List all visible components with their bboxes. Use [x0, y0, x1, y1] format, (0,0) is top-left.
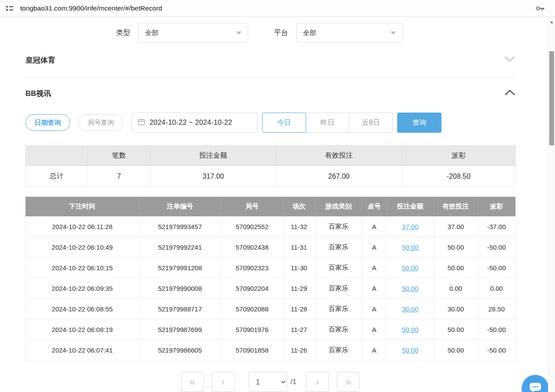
bet-amount-link[interactable]: 50.00 — [402, 346, 419, 354]
scrollbar-thumb[interactable] — [549, 51, 554, 145]
round-query-tab[interactable]: 局号查询 — [78, 114, 123, 131]
query-toolbar: 日期查询 局号查询 2024-10-22 ~ 2024-10-22 今日 昨日 … — [25, 113, 515, 133]
cell-table-no: A — [362, 216, 387, 237]
last-page-button[interactable]: » — [337, 372, 359, 392]
browser-window: tongbao31.com:9900/infe/mcenter/#/betRec… — [0, 0, 555, 392]
cell-payout: 0.00 — [478, 278, 516, 299]
header-valid-bet: 有效投注 — [434, 197, 478, 216]
cell-bet-amount: 37.00 — [387, 216, 434, 237]
chat-bubble-icon — [528, 381, 542, 392]
address-bar: tongbao31.com:9900/infe/mcenter/#/betRec… — [0, 0, 555, 17]
cell-bet-id: 521979986605 — [139, 340, 221, 360]
summary-total-label: 总计 — [26, 166, 88, 187]
bet-amount-link[interactable]: 50.00 — [402, 264, 419, 272]
summary-header-count: 笔数 — [88, 146, 151, 166]
header-round-no: 局号 — [221, 197, 283, 216]
platform-filter-label: 平台 — [274, 28, 288, 38]
section-bb-video[interactable]: BB视讯 — [25, 78, 515, 109]
cell-bet-id: 521979991208 — [139, 258, 221, 278]
type-select[interactable]: 全部 — [139, 23, 248, 43]
bet-record-table: 下注时间 注单编号 局号 场次 游戏类别 桌号 投注金额 有效投注 派彩 202… — [25, 197, 516, 360]
prev-page-button[interactable]: ‹ — [212, 372, 235, 392]
header-bet-id: 注单编号 — [139, 197, 221, 216]
first-page-button[interactable]: « — [181, 372, 204, 392]
summary-header-bet-amount: 投注金额 — [151, 146, 276, 166]
header-session: 场次 — [283, 197, 315, 216]
bet-record-page: 类型 全部 平台 全部 皇冠体育 BB视讯 — [0, 17, 548, 392]
summary-header-valid-bet: 有效投注 — [276, 146, 402, 166]
cell-session: 11-27 — [283, 319, 315, 340]
section-title-bb-video: BB视讯 — [25, 88, 51, 99]
summary-count: 7 — [88, 166, 151, 187]
cell-round-no: 570902323 — [221, 258, 283, 278]
cell-table-no: A — [362, 237, 387, 258]
date-range-value: 2024-10-22 ~ 2024-10-22 — [149, 119, 232, 127]
bet-amount-link[interactable]: 30.00 — [402, 305, 419, 313]
next-page-button[interactable]: › — [306, 372, 329, 392]
cell-bet-time: 2024-10-22 06:11:28 — [26, 216, 139, 237]
date-range-picker[interactable]: 2024-10-22 ~ 2024-10-22 — [132, 113, 257, 133]
cell-session: 11-31 — [283, 237, 315, 258]
bet-table-header-row: 下注时间 注单编号 局号 场次 游戏类别 桌号 投注金额 有效投注 派彩 — [26, 197, 516, 216]
today-button[interactable]: 今日 — [262, 113, 306, 133]
password-key-icon[interactable] — [535, 4, 545, 13]
header-payout: 派彩 — [478, 197, 516, 216]
search-button[interactable]: 查询 — [397, 113, 441, 133]
cell-table-no: A — [362, 340, 387, 360]
summary-table: 笔数 投注金额 有效投注 派彩 总计 7 317.00 267.00 -208.… — [25, 145, 516, 187]
summary-valid-bet: 267.00 — [276, 166, 402, 187]
cell-valid-bet: 50.00 — [434, 340, 478, 360]
last-8-days-button[interactable]: 近8日 — [349, 113, 393, 133]
chevron-up-icon[interactable] — [505, 89, 515, 97]
cell-bet-time: 2024-10-22 06:08:55 — [26, 299, 139, 319]
bet-amount-link[interactable]: 50.00 — [402, 326, 419, 333]
summary-payout: -208.50 — [402, 166, 516, 187]
cell-session: 11-26 — [283, 340, 315, 360]
cell-game-type: 百家乐 — [315, 278, 362, 299]
tab-groups-icon[interactable] — [5, 4, 14, 13]
scroll-up-arrow-icon[interactable]: ▲ — [548, 20, 555, 24]
type-filter-label: 类型 — [116, 28, 130, 38]
platform-select[interactable]: 全部 — [296, 23, 402, 43]
cell-round-no: 570901976 — [221, 319, 283, 340]
header-bet-amount: 投注金额 — [387, 197, 434, 216]
summary-header-payout: 派彩 — [402, 146, 516, 166]
cell-table-no: A — [362, 299, 387, 319]
yesterday-button[interactable]: 昨日 — [306, 113, 349, 133]
cell-table-no: A — [362, 278, 387, 299]
bet-amount-link[interactable]: 50.00 — [402, 285, 419, 292]
cell-payout: -50.00 — [478, 237, 516, 258]
summary-bet-amount: 317.00 — [151, 166, 276, 187]
table-row: 2024-10-22 06:10:15 521979991208 5709023… — [26, 258, 516, 278]
cell-bet-id: 521979987699 — [139, 319, 221, 340]
vertical-scrollbar[interactable]: ▲ — [548, 17, 555, 392]
chevron-down-icon — [391, 32, 396, 35]
summary-header-row: 笔数 投注金额 有效投注 派彩 — [26, 146, 516, 166]
cell-game-type: 百家乐 — [315, 340, 362, 360]
page-select[interactable]: 1 — [249, 372, 287, 392]
cell-valid-bet: 50.00 — [434, 258, 478, 278]
chevron-down-icon[interactable] — [505, 56, 515, 64]
type-select-value: 全部 — [145, 29, 158, 37]
cell-bet-id: 521979990008 — [139, 278, 221, 299]
url-field[interactable]: tongbao31.com:9900/infe/mcenter/#/betRec… — [20, 4, 535, 12]
cell-bet-amount: 50.00 — [387, 319, 434, 340]
cell-valid-bet: 50.00 — [434, 319, 478, 340]
cell-session: 11-30 — [283, 258, 315, 278]
cell-payout: -37.00 — [478, 216, 516, 237]
cell-bet-id: 521979988717 — [139, 299, 221, 319]
section-crown-sports[interactable]: 皇冠体育 — [25, 43, 515, 78]
table-row: 2024-10-22 06:10:49 521979992241 5709024… — [26, 237, 516, 258]
cell-bet-time: 2024-10-22 06:10:15 — [26, 258, 139, 278]
platform-select-value: 全部 — [303, 29, 316, 37]
table-row: 2024-10-22 06:09:35 521979990008 5709022… — [26, 278, 516, 299]
bet-amount-link[interactable]: 37.00 — [402, 223, 419, 230]
date-query-tab[interactable]: 日期查询 — [25, 114, 70, 131]
cell-session: 11-28 — [283, 299, 315, 319]
table-row: 2024-10-22 06:08:19 521979987699 5709019… — [26, 319, 516, 340]
summary-header-blank — [26, 146, 88, 166]
bet-amount-link[interactable]: 50.00 — [402, 244, 419, 251]
cell-game-type: 百家乐 — [315, 258, 362, 278]
cell-table-no: A — [362, 319, 387, 340]
cell-bet-time: 2024-10-22 06:10:49 — [26, 237, 139, 258]
